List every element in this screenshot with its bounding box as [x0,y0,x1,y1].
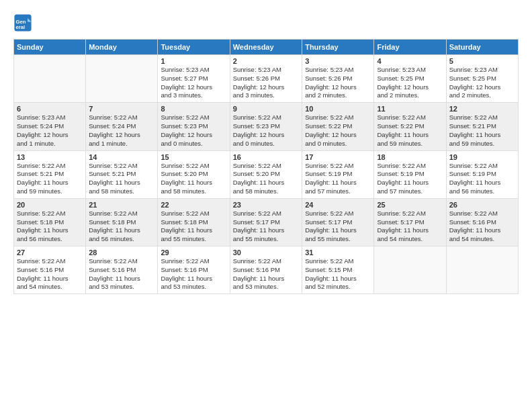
calendar-cell: 17Sunrise: 5:22 AM Sunset: 5:19 PM Dayli… [302,150,374,198]
day-info: Sunrise: 5:22 AM Sunset: 5:16 PM Dayligh… [89,257,154,291]
day-info: Sunrise: 5:22 AM Sunset: 5:23 PM Dayligh… [161,113,226,148]
weekday-header-wednesday: Wednesday [230,40,302,55]
calendar-cell: 5Sunrise: 5:23 AM Sunset: 5:25 PM Daylig… [446,55,518,103]
day-info: Sunrise: 5:22 AM Sunset: 5:21 PM Dayligh… [89,162,154,196]
day-info: Sunrise: 5:22 AM Sunset: 5:15 PM Dayligh… [305,257,371,291]
day-number: 25 [377,201,443,209]
calendar-week-row: 1Sunrise: 5:23 AM Sunset: 5:27 PM Daylig… [14,55,519,103]
day-number: 29 [161,248,226,257]
calendar-cell: 10Sunrise: 5:22 AM Sunset: 5:22 PM Dayli… [302,103,374,150]
day-info: Sunrise: 5:23 AM Sunset: 5:26 PM Dayligh… [233,66,299,100]
calendar-cell [446,246,518,294]
calendar-cell [86,55,158,103]
day-number: 22 [161,201,226,209]
day-info: Sunrise: 5:22 AM Sunset: 5:24 PM Dayligh… [89,113,154,148]
day-number: 1 [161,57,226,65]
day-number: 15 [161,153,226,161]
day-info: Sunrise: 5:23 AM Sunset: 5:26 PM Dayligh… [305,66,371,100]
calendar-cell: 14Sunrise: 5:22 AM Sunset: 5:21 PM Dayli… [86,150,158,198]
calendar-cell: 31Sunrise: 5:22 AM Sunset: 5:15 PM Dayli… [302,246,374,294]
day-info: Sunrise: 5:22 AM Sunset: 5:21 PM Dayligh… [449,113,515,148]
day-number: 16 [233,153,299,161]
weekday-header-friday: Friday [374,40,446,55]
header: Gen eral [13,13,519,32]
day-number: 10 [305,105,371,113]
day-number: 21 [89,201,154,209]
day-info: Sunrise: 5:22 AM Sunset: 5:17 PM Dayligh… [377,210,443,244]
calendar-cell: 25Sunrise: 5:22 AM Sunset: 5:17 PM Dayli… [374,198,446,246]
day-info: Sunrise: 5:23 AM Sunset: 5:24 PM Dayligh… [17,113,83,148]
day-number: 9 [233,105,299,113]
calendar-cell: 4Sunrise: 5:23 AM Sunset: 5:25 PM Daylig… [374,55,446,103]
calendar-cell: 18Sunrise: 5:22 AM Sunset: 5:19 PM Dayli… [374,150,446,198]
day-number: 12 [449,105,515,113]
day-number: 26 [449,201,515,209]
day-info: Sunrise: 5:23 AM Sunset: 5:25 PM Dayligh… [449,66,515,100]
day-info: Sunrise: 5:22 AM Sunset: 5:18 PM Dayligh… [89,210,154,244]
calendar-cell: 16Sunrise: 5:22 AM Sunset: 5:20 PM Dayli… [230,150,302,198]
day-number: 14 [89,153,154,161]
day-number: 28 [89,248,154,257]
day-number: 11 [377,105,443,113]
calendar-cell: 30Sunrise: 5:22 AM Sunset: 5:16 PM Dayli… [230,246,302,294]
day-info: Sunrise: 5:22 AM Sunset: 5:21 PM Dayligh… [17,162,83,196]
day-number: 20 [17,201,83,209]
day-info: Sunrise: 5:23 AM Sunset: 5:25 PM Dayligh… [377,66,443,100]
calendar-cell: 22Sunrise: 5:22 AM Sunset: 5:18 PM Dayli… [158,198,230,246]
calendar-cell [14,55,86,103]
calendar-cell: 26Sunrise: 5:22 AM Sunset: 5:16 PM Dayli… [446,198,518,246]
day-number: 18 [377,153,443,161]
calendar-week-row: 13Sunrise: 5:22 AM Sunset: 5:21 PM Dayli… [14,150,519,198]
calendar-week-row: 20Sunrise: 5:22 AM Sunset: 5:18 PM Dayli… [14,198,519,246]
calendar-cell: 6Sunrise: 5:23 AM Sunset: 5:24 PM Daylig… [14,103,86,150]
calendar-cell: 2Sunrise: 5:23 AM Sunset: 5:26 PM Daylig… [230,55,302,103]
calendar-week-row: 27Sunrise: 5:22 AM Sunset: 5:16 PM Dayli… [14,246,519,294]
weekday-header-thursday: Thursday [302,40,374,55]
calendar-cell: 13Sunrise: 5:22 AM Sunset: 5:21 PM Dayli… [14,150,86,198]
calendar-cell: 3Sunrise: 5:23 AM Sunset: 5:26 PM Daylig… [302,55,374,103]
day-info: Sunrise: 5:22 AM Sunset: 5:23 PM Dayligh… [233,113,299,148]
page: Gen eral SundayMondayTuesdayWednesdayThu… [0,0,532,411]
day-info: Sunrise: 5:22 AM Sunset: 5:17 PM Dayligh… [233,210,299,244]
calendar-week-row: 6Sunrise: 5:23 AM Sunset: 5:24 PM Daylig… [14,103,519,150]
calendar-cell: 12Sunrise: 5:22 AM Sunset: 5:21 PM Dayli… [446,103,518,150]
day-info: Sunrise: 5:22 AM Sunset: 5:19 PM Dayligh… [449,162,515,196]
weekday-header-monday: Monday [86,40,158,55]
day-info: Sunrise: 5:22 AM Sunset: 5:22 PM Dayligh… [305,113,371,148]
day-info: Sunrise: 5:22 AM Sunset: 5:19 PM Dayligh… [305,162,371,196]
day-info: Sunrise: 5:23 AM Sunset: 5:27 PM Dayligh… [161,66,226,100]
calendar-table: SundayMondayTuesdayWednesdayThursdayFrid… [13,39,519,294]
day-info: Sunrise: 5:22 AM Sunset: 5:22 PM Dayligh… [377,113,443,148]
day-number: 5 [449,57,515,65]
svg-text:eral: eral [16,24,26,30]
calendar-cell: 19Sunrise: 5:22 AM Sunset: 5:19 PM Dayli… [446,150,518,198]
day-number: 13 [17,153,83,161]
day-info: Sunrise: 5:22 AM Sunset: 5:16 PM Dayligh… [161,257,226,291]
day-number: 2 [233,57,299,65]
day-number: 3 [305,57,371,65]
day-info: Sunrise: 5:22 AM Sunset: 5:16 PM Dayligh… [449,210,515,244]
calendar-cell: 1Sunrise: 5:23 AM Sunset: 5:27 PM Daylig… [158,55,230,103]
day-number: 6 [17,105,83,113]
calendar-cell: 21Sunrise: 5:22 AM Sunset: 5:18 PM Dayli… [86,198,158,246]
day-number: 24 [305,201,371,209]
calendar-cell: 8Sunrise: 5:22 AM Sunset: 5:23 PM Daylig… [158,103,230,150]
calendar-cell: 11Sunrise: 5:22 AM Sunset: 5:22 PM Dayli… [374,103,446,150]
calendar-cell: 7Sunrise: 5:22 AM Sunset: 5:24 PM Daylig… [86,103,158,150]
calendar-cell: 29Sunrise: 5:22 AM Sunset: 5:16 PM Dayli… [158,246,230,294]
day-number: 4 [377,57,443,65]
day-info: Sunrise: 5:22 AM Sunset: 5:17 PM Dayligh… [305,210,371,244]
calendar-cell: 28Sunrise: 5:22 AM Sunset: 5:16 PM Dayli… [86,246,158,294]
calendar-header-row: SundayMondayTuesdayWednesdayThursdayFrid… [14,40,519,55]
day-info: Sunrise: 5:22 AM Sunset: 5:20 PM Dayligh… [233,162,299,196]
day-info: Sunrise: 5:22 AM Sunset: 5:19 PM Dayligh… [377,162,443,196]
logo-icon: Gen eral [13,13,32,32]
day-number: 27 [17,248,83,257]
calendar-cell: 24Sunrise: 5:22 AM Sunset: 5:17 PM Dayli… [302,198,374,246]
calendar-cell: 27Sunrise: 5:22 AM Sunset: 5:16 PM Dayli… [14,246,86,294]
day-info: Sunrise: 5:22 AM Sunset: 5:18 PM Dayligh… [17,210,83,244]
logo: Gen eral [13,13,34,32]
day-number: 17 [305,153,371,161]
weekday-header-tuesday: Tuesday [158,40,230,55]
calendar-cell: 15Sunrise: 5:22 AM Sunset: 5:20 PM Dayli… [158,150,230,198]
